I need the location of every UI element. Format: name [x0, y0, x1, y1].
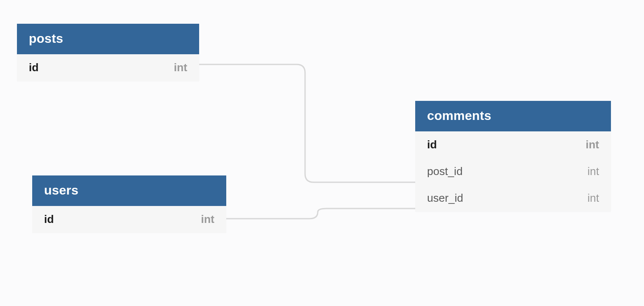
- column-type: int: [174, 61, 187, 74]
- column-type: int: [588, 192, 599, 205]
- column-name: id: [44, 213, 54, 226]
- entity-comments-col-user-id[interactable]: user_id int: [415, 185, 611, 211]
- entity-comments-title: comments: [415, 101, 611, 131]
- relation-posts-id-to-comments-post-id: [199, 64, 415, 182]
- relation-users-id-to-comments-user-id: [226, 209, 415, 219]
- column-type: int: [201, 213, 214, 226]
- column-type: int: [588, 165, 599, 178]
- entity-posts[interactable]: posts id int: [17, 24, 199, 81]
- column-name: id: [29, 61, 39, 74]
- entity-comments-col-post-id[interactable]: post_id int: [415, 158, 611, 185]
- column-type: int: [586, 138, 599, 151]
- column-name: id: [427, 138, 437, 151]
- entity-users-title: users: [32, 175, 226, 206]
- entity-users[interactable]: users id int: [32, 175, 226, 233]
- entity-posts-col-id[interactable]: id int: [17, 54, 199, 81]
- column-name: post_id: [427, 165, 463, 178]
- entity-users-col-id[interactable]: id int: [32, 206, 226, 233]
- er-diagram-canvas: posts id int users id int comments id in…: [0, 0, 644, 306]
- column-name: user_id: [427, 192, 463, 205]
- entity-posts-title: posts: [17, 24, 199, 54]
- entity-comments-col-id[interactable]: id int: [415, 131, 611, 158]
- entity-comments[interactable]: comments id int post_id int user_id int: [415, 101, 611, 211]
